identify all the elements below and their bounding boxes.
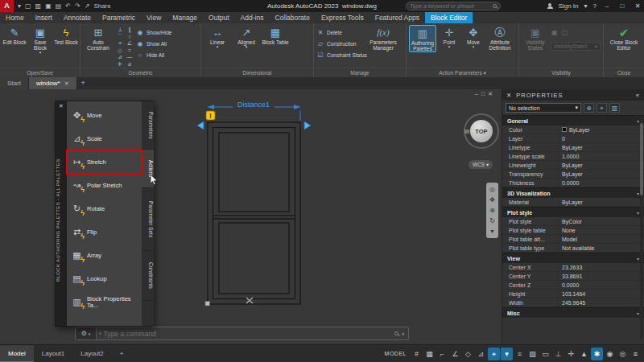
tab-express-tools[interactable]: Express Tools <box>316 12 369 23</box>
palette-item-lookup[interactable]: ▤ϟ Lookup <box>67 267 142 290</box>
palette-title-bar[interactable]: ✕ BLOCK AUTHORING PALETTES - ALL PALETTE… <box>56 101 67 326</box>
search-box[interactable] <box>406 2 501 10</box>
palette-item-stretch[interactable]: ↦ϟ Stretch <box>67 150 142 174</box>
wcs-menu[interactable]: WCS ▾ <box>469 160 493 169</box>
palette-item-array[interactable]: ▦ϟ Array <box>67 244 142 267</box>
viewcube-top-face[interactable]: TOP <box>470 120 493 142</box>
authoring-palettes-button[interactable]: ▥ Authoring Palettes <box>409 25 436 52</box>
collinear-constraint-icon[interactable]: ― <box>125 54 134 61</box>
open-file-icon[interactable]: ▥ <box>35 2 42 10</box>
layout-tab-layout1[interactable]: Layout1 <box>34 345 72 362</box>
section-header-view[interactable]: View▾ <box>502 253 644 263</box>
concentric-constraint-icon[interactable]: ○ <box>125 34 134 41</box>
palette-item-flip[interactable]: ⇄ϟ Flip <box>67 220 142 244</box>
delete-constraints-button[interactable]: ✕ Delete <box>316 28 368 37</box>
tab-view[interactable]: View <box>141 12 167 23</box>
object-snap-icon[interactable]: ⌖ <box>488 348 500 360</box>
command-tools[interactable]: ⚙ ▾ <box>76 327 97 339</box>
print-icon[interactable]: ▤ <box>56 2 62 10</box>
file-tab-start[interactable]: Start <box>0 77 29 89</box>
object-snap-menu-icon[interactable]: ▾ <box>501 348 513 360</box>
tab-annotate[interactable]: Annotate <box>58 12 97 23</box>
grid-icon[interactable]: # <box>411 348 423 360</box>
lineweight-icon[interactable]: ≡ <box>514 348 526 360</box>
tab-home[interactable]: Home <box>0 12 30 23</box>
block-table-button[interactable]: ▦ Block Table <box>262 25 289 45</box>
layout-tab-layout2[interactable]: Layout2 <box>72 345 111 362</box>
full-navigation-wheel-icon[interactable]: ◎ <box>489 184 495 195</box>
close-block-editor-button[interactable]: ✔ Close Block Editor <box>606 25 642 51</box>
ortho-icon[interactable]: ⌐ <box>436 348 448 360</box>
save-file-icon[interactable]: ▣ <box>45 2 52 10</box>
transparency-icon[interactable]: ▨ <box>526 348 539 360</box>
redo-icon[interactable]: ↷ <box>75 2 80 10</box>
tab-output[interactable]: Output <box>203 12 235 23</box>
perpendicular-constraint-icon[interactable]: ⊥ <box>115 27 125 34</box>
isolate-objects-icon[interactable]: ◎ <box>617 348 629 360</box>
tab-collaborate[interactable]: Collaborate <box>269 12 315 23</box>
section-header-3d-visualization[interactable]: 3D Visualization▾ <box>502 187 644 198</box>
construction-geometry-button[interactable]: ▱ Construction <box>316 39 368 48</box>
palette-tab-parameter-sets[interactable]: Parameter Sets <box>142 188 154 251</box>
select-objects-icon[interactable]: ⌖ <box>597 103 607 113</box>
tab-parametric[interactable]: Parametric <box>97 12 141 23</box>
customize-icon[interactable]: ≡ <box>630 348 642 360</box>
palette-close-icon[interactable]: ✕ <box>56 103 67 109</box>
edit-block-button[interactable]: ✎ Edit Block <box>2 25 27 45</box>
fix-constraint-icon[interactable]: ✛ <box>115 61 125 68</box>
palette-tab-constraints[interactable]: Constraints <box>142 251 154 301</box>
tab-featured-apps[interactable]: Featured Apps <box>369 12 425 23</box>
annotation-monitor-icon[interactable]: ◉ <box>604 348 616 360</box>
quick-select-icon[interactable]: ▥ <box>609 103 620 113</box>
maximize-button[interactable]: □ <box>617 2 627 10</box>
navbar-more-icon[interactable]: ▾ <box>490 226 493 237</box>
command-input[interactable] <box>104 330 391 338</box>
symmetric-constraint-icon[interactable]: ◇ <box>115 47 125 55</box>
command-line[interactable]: ⚙ ▾ › ▾ <box>75 327 409 340</box>
panel-label-open-save[interactable]: Open/Save <box>0 68 80 77</box>
dimension-label[interactable]: Distance1 <box>237 101 270 109</box>
new-drawing-tab-button[interactable]: + <box>77 77 89 89</box>
aligned-dimension-button[interactable]: ↗ Aligned ▾ <box>233 25 260 49</box>
hide-all-button[interactable]: ○ Hide All <box>136 51 171 60</box>
attribute-definition-button[interactable]: Ⓐ Attribute Definition <box>486 25 514 51</box>
polar-tracking-icon[interactable]: ∠ <box>449 348 461 360</box>
make-visible-icon[interactable]: ▣ <box>551 29 559 36</box>
section-header-general[interactable]: General▾ <box>502 115 644 125</box>
palette-item-polar-stretch[interactable]: ↝ϟ Polar Stretch <box>67 174 142 197</box>
parameter-grip-right[interactable] <box>304 121 311 130</box>
palette-item-scale[interactable]: ⊿ϟ Scale <box>67 127 142 150</box>
angular-constraint-icon[interactable]: ∠ <box>125 40 134 47</box>
point-parameter-button[interactable]: ✛ Point ▾ <box>438 25 460 49</box>
isodraft-icon[interactable]: ◇ <box>462 348 474 360</box>
show-hide-button[interactable]: ◉ Show/Hide <box>136 28 171 37</box>
tab-manage[interactable]: Manage <box>167 12 203 23</box>
constraint-status-button[interactable]: ☑ Constraint Status <box>316 51 368 60</box>
sign-in-button[interactable]: Sign In <box>559 2 579 10</box>
viewport-close-icon[interactable]: ✕ <box>488 91 493 97</box>
file-tab-window[interactable]: window* ✕ <box>29 77 77 89</box>
orbit-icon[interactable]: ↻ <box>489 216 495 226</box>
constraint-warning-icon[interactable]: ! <box>206 111 215 120</box>
layout-tab-model[interactable]: Model <box>0 345 34 362</box>
tangent-constraint-icon[interactable]: ⌒ <box>115 34 125 41</box>
properties-scrollbar[interactable] <box>640 117 643 339</box>
distance1-parameter[interactable] <box>208 107 300 121</box>
section-header-plot-style[interactable]: Plot style▾ <box>502 207 644 217</box>
panel-label-manage[interactable]: Manage <box>314 68 406 77</box>
tab-add-ins[interactable]: Add-ins <box>235 12 270 23</box>
properties-pin-icon[interactable]: « <box>636 92 640 99</box>
smooth-constraint-icon[interactable]: ⊿ <box>115 54 125 61</box>
file-tab-close-icon[interactable]: ✕ <box>64 77 69 89</box>
scrollbar-thumb[interactable] <box>640 123 643 195</box>
share-button[interactable]: Share <box>93 2 110 10</box>
new-file-icon[interactable]: ▢ <box>25 2 31 10</box>
panel-label-close[interactable]: Close <box>604 68 644 77</box>
viewport-restore-icon[interactable]: □ <box>481 91 485 97</box>
sign-in-caret-icon[interactable]: ▾ <box>584 2 588 10</box>
panel-label-geometric[interactable]: Geometric <box>80 68 200 77</box>
parallel-constraint-icon[interactable]: ∥ <box>125 27 134 34</box>
dynamic-input-icon[interactable]: ✛ <box>565 348 577 360</box>
save-block-button[interactable]: ▣ Save Block ▾ <box>28 25 52 55</box>
make-invisible-icon[interactable]: ▢ <box>561 29 569 36</box>
